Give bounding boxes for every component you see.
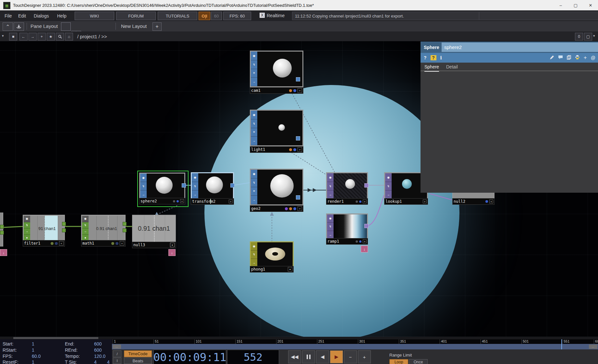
- arrow-icon[interactable]: →: [24, 228, 30, 235]
- bypass-icon[interactable]: ↯: [327, 223, 334, 231]
- wiki-button[interactable]: WIKI: [75, 12, 114, 20]
- pane-split-icon[interactable]: ▾: [593, 34, 595, 38]
- info-flag[interactable]: [177, 200, 179, 202]
- node-flag-column[interactable]: ◉ ↯ → ●: [82, 216, 89, 241]
- display-icon[interactable]: ◉: [327, 173, 334, 182]
- star-flag[interactable]: ✦: [288, 267, 292, 272]
- bypass-icon[interactable]: ↯: [251, 119, 257, 128]
- node-flag-column[interactable]: ◉ ↯ →: [327, 173, 334, 199]
- jump-to-start-button[interactable]: ◀◀: [288, 350, 301, 363]
- export-flag[interactable]: [51, 242, 54, 245]
- node-flag-column[interactable]: ◉ ↯ →: [140, 174, 147, 199]
- pane-menu-icon[interactable]: ▾: [2, 34, 4, 38]
- new-layout-add-button[interactable]: +: [153, 22, 162, 31]
- info-flag[interactable]: [359, 240, 361, 243]
- menu-help[interactable]: Help: [53, 10, 70, 21]
- pause-button[interactable]: [302, 350, 315, 363]
- comment-flag[interactable]: [289, 207, 292, 210]
- decrement-button[interactable]: −: [344, 350, 357, 363]
- network-hscrollbar-thumb[interactable]: [13, 337, 98, 339]
- chop-output-connector[interactable]: [62, 222, 66, 226]
- once-button[interactable]: Once: [409, 359, 428, 364]
- node-flag-column[interactable]: ◉ ↯ → ●: [24, 216, 30, 241]
- node-flag-column[interactable]: ◉ ↯ →: [385, 173, 392, 199]
- node-output-connector[interactable]: [296, 136, 300, 140]
- bypass-icon[interactable]: ↯: [82, 222, 89, 229]
- menu-file[interactable]: File: [1, 10, 16, 21]
- node-flag-column[interactable]: ◉ ↯ →: [251, 242, 257, 267]
- plus-flag[interactable]: +: [489, 200, 493, 203]
- star-flag[interactable]: ✦: [59, 241, 64, 246]
- chop-output-connector[interactable]: [0, 231, 4, 235]
- tab-detail[interactable]: Detail: [446, 63, 458, 71]
- bypass-icon[interactable]: ↯: [327, 182, 334, 191]
- viewer-flag[interactable]: [356, 200, 358, 203]
- bypass-icon[interactable]: ↯: [251, 60, 257, 69]
- node-output-connector[interactable]: [364, 183, 369, 188]
- render-flag[interactable]: [285, 207, 288, 210]
- frame-display[interactable]: 552: [227, 350, 279, 364]
- close-button[interactable]: ✕: [583, 0, 598, 10]
- plus-flag[interactable]: +: [298, 88, 302, 93]
- integer-mode-button[interactable]: I: [113, 358, 121, 364]
- node-filter1[interactable]: ◉ ↯ → ● 91 chan1 filter1 ✦: [23, 215, 65, 246]
- node-ramp1[interactable]: ◉ ↯ → ramp1 +: [326, 213, 368, 244]
- realtime-checkbox[interactable]: X: [260, 13, 265, 18]
- display-icon[interactable]: ◉: [385, 173, 392, 182]
- export-arrow-icon[interactable]: ↓: [168, 249, 176, 256]
- info-flag[interactable]: [293, 89, 296, 92]
- star-flag[interactable]: ✦: [170, 243, 175, 247]
- edit-icon[interactable]: [550, 55, 554, 61]
- node-output-connector[interactable]: [230, 183, 235, 188]
- arrow-icon[interactable]: →: [251, 196, 257, 204]
- breadcrumb[interactable]: / project1 / >>: [77, 34, 107, 39]
- node-render1[interactable]: ◉ ↯ → render1 +: [326, 172, 368, 205]
- minimize-button[interactable]: –: [553, 0, 568, 10]
- arrow-icon[interactable]: →: [251, 137, 257, 145]
- info-flag[interactable]: [55, 242, 58, 245]
- display-icon[interactable]: ◉: [251, 242, 257, 250]
- back-icon[interactable]: ←: [19, 33, 28, 41]
- beats-mode-button[interactable]: Beats: [124, 358, 152, 364]
- cross-icon[interactable]: ✕: [251, 187, 257, 196]
- help-icon[interactable]: ?: [424, 55, 427, 60]
- export-arrow-icon[interactable]: ↓: [0, 249, 7, 256]
- node-cam1[interactable]: ◉ ↯ ✕ → cam1 +: [250, 51, 303, 93]
- node-output-connector[interactable]: [296, 77, 300, 81]
- viewer-flag[interactable]: [356, 240, 358, 243]
- display-icon[interactable]: ◉: [251, 52, 257, 60]
- tsig-value-b[interactable]: 4: [107, 359, 110, 364]
- help-folder-icon[interactable]: ?: [431, 55, 436, 60]
- plus-flag[interactable]: +: [229, 200, 233, 203]
- chop-output-connector[interactable]: [123, 222, 127, 226]
- tutorials-button[interactable]: TUTORIALS: [158, 12, 197, 20]
- resetf-value[interactable]: 1: [32, 359, 34, 364]
- expand-icon[interactable]: +: [584, 55, 587, 61]
- display-icon[interactable]: ◉: [192, 173, 198, 182]
- plus-flag[interactable]: +: [298, 206, 302, 211]
- info-flag[interactable]: [293, 207, 296, 210]
- python-icon[interactable]: [575, 55, 580, 61]
- info-flag[interactable]: [485, 200, 488, 203]
- viewer-flag[interactable]: [173, 200, 175, 202]
- chop-output-connector[interactable]: [62, 228, 66, 232]
- export-arrow-icon[interactable]: ↓: [361, 246, 368, 252]
- menu-dialogs[interactable]: Dialogs: [30, 10, 53, 21]
- forum-button[interactable]: FORUM: [116, 12, 156, 20]
- info-flag[interactable]: [359, 200, 361, 203]
- star-flag[interactable]: ✦: [120, 241, 124, 246]
- bypass-icon[interactable]: ↯: [251, 178, 257, 187]
- node-light1[interactable]: ◉ ↯ ✕ → light1 +: [250, 110, 303, 152]
- arrow-icon[interactable]: →: [327, 190, 334, 199]
- plus-flag[interactable]: +: [298, 147, 302, 152]
- info-icon[interactable]: i: [440, 55, 442, 60]
- rstart-value[interactable]: 1: [32, 347, 34, 353]
- favorite-icon[interactable]: ★: [47, 33, 55, 41]
- bypass-icon[interactable]: ↯: [251, 250, 257, 259]
- forward-icon[interactable]: →: [29, 33, 37, 41]
- oi-toggle[interactable]: O|I: [199, 12, 210, 20]
- playhead[interactable]: [561, 339, 562, 349]
- node-math1[interactable]: ◉ ↯ → ● 0.91 chan1 math1 ✦: [81, 215, 126, 246]
- bypass-icon[interactable]: ↯: [140, 182, 147, 190]
- plus-flag[interactable]: +: [363, 200, 367, 203]
